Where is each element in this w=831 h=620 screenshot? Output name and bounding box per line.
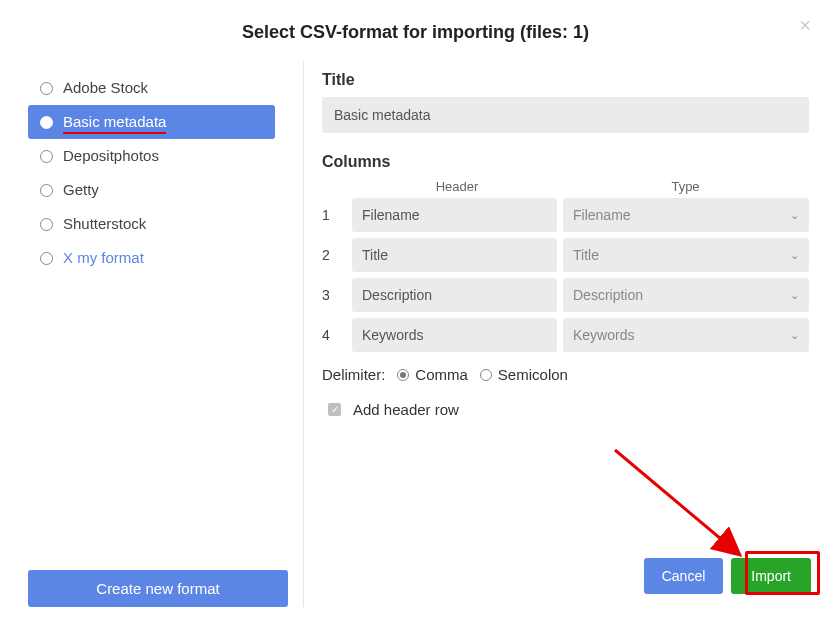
columns-header-header: Header <box>352 179 562 194</box>
delimiter-label: Delimiter: <box>322 366 385 383</box>
chevron-down-icon: ⌄ <box>790 249 799 262</box>
columns-header-row: Header Type <box>322 179 809 194</box>
delimiter-option-comma[interactable]: Comma <box>397 366 468 383</box>
format-label: Shutterstock <box>63 215 146 233</box>
format-label: Adobe Stock <box>63 79 148 97</box>
radio-icon <box>40 184 53 197</box>
column-type-select[interactable]: Title ⌄ <box>563 238 809 272</box>
checkbox-icon: ✓ <box>328 403 341 416</box>
radio-icon <box>40 252 53 265</box>
format-item-shutterstock[interactable]: Shutterstock <box>28 207 275 241</box>
add-header-row[interactable]: ✓ Add header row <box>328 401 809 418</box>
delimiter-semicolon-label: Semicolon <box>498 366 568 383</box>
column-header-input[interactable] <box>352 198 557 232</box>
columns-header-type: Type <box>562 179 809 194</box>
row-index: 3 <box>322 287 346 303</box>
column-header-input[interactable] <box>352 318 557 352</box>
columns-section-label: Columns <box>322 153 809 171</box>
type-value: Description <box>573 287 643 303</box>
import-button[interactable]: Import <box>731 558 811 594</box>
format-item-getty[interactable]: Getty <box>28 173 275 207</box>
column-row: 3 Description ⌄ <box>322 278 809 312</box>
delimiter-option-semicolon[interactable]: Semicolon <box>480 366 568 383</box>
format-list: Adobe Stock Basic metadata Depositphotos… <box>28 71 275 275</box>
add-header-label: Add header row <box>353 401 459 418</box>
format-label: Basic metadata <box>63 113 166 131</box>
radio-icon <box>480 369 492 381</box>
row-index: 4 <box>322 327 346 343</box>
type-value: Title <box>573 247 599 263</box>
column-header-input[interactable] <box>352 238 557 272</box>
delimiter-comma-label: Comma <box>415 366 468 383</box>
chevron-down-icon: ⌄ <box>790 289 799 302</box>
type-value: Filename <box>573 207 631 223</box>
cancel-button[interactable]: Cancel <box>644 558 724 594</box>
column-row: 2 Title ⌄ <box>322 238 809 272</box>
delimiter-row: Delimiter: Comma Semicolon <box>322 366 809 383</box>
create-format-button[interactable]: Create new format <box>28 570 288 607</box>
format-label: Depositphotos <box>63 147 159 165</box>
row-index: 2 <box>322 247 346 263</box>
chevron-down-icon: ⌄ <box>790 329 799 342</box>
dialog-title: Select CSV-format for importing (files: … <box>0 0 831 71</box>
format-label: X my format <box>63 249 144 267</box>
column-type-select[interactable]: Keywords ⌄ <box>563 318 809 352</box>
column-header-input[interactable] <box>352 278 557 312</box>
type-value: Keywords <box>573 327 634 343</box>
column-type-select[interactable]: Description ⌄ <box>563 278 809 312</box>
chevron-down-icon: ⌄ <box>790 209 799 222</box>
title-section-label: Title <box>322 71 809 89</box>
format-item-depositphotos[interactable]: Depositphotos <box>28 139 275 173</box>
format-item-basic-metadata[interactable]: Basic metadata <box>28 105 275 139</box>
radio-icon <box>40 150 53 163</box>
radio-icon <box>40 218 53 231</box>
divider <box>303 61 304 607</box>
radio-icon <box>40 116 53 129</box>
format-label: Getty <box>63 181 99 199</box>
column-row: 4 Keywords ⌄ <box>322 318 809 352</box>
radio-icon <box>40 82 53 95</box>
format-item-my-format[interactable]: X my format <box>28 241 275 275</box>
column-row: 1 Filename ⌄ <box>322 198 809 232</box>
column-type-select[interactable]: Filename ⌄ <box>563 198 809 232</box>
row-index: 1 <box>322 207 346 223</box>
title-input[interactable] <box>322 97 809 133</box>
radio-icon <box>397 369 409 381</box>
format-item-adobe-stock[interactable]: Adobe Stock <box>28 71 275 105</box>
close-icon[interactable]: × <box>799 15 811 35</box>
